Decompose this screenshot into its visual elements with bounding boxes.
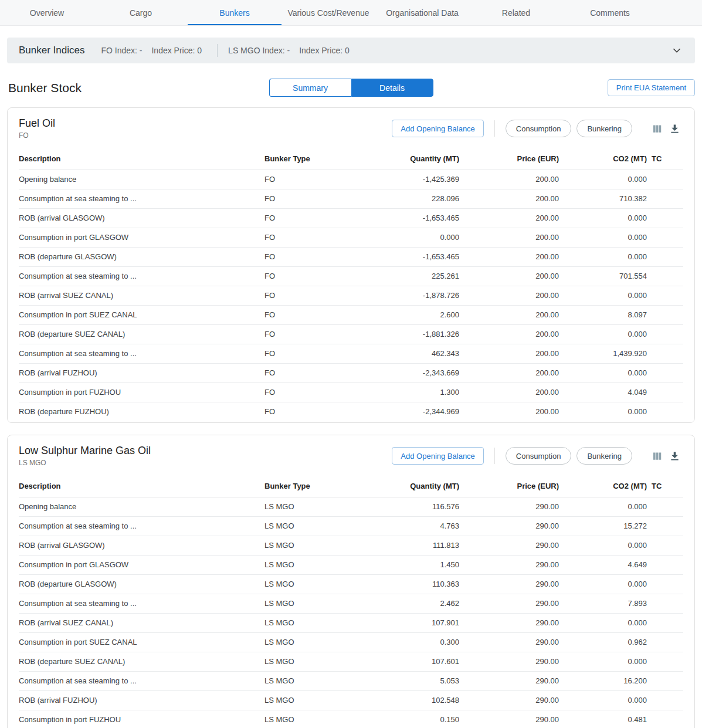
- cell-quantity: -2,343.669: [350, 364, 462, 383]
- table-row[interactable]: Consumption in port SUEZ CANAL FO 2.600 …: [19, 306, 683, 325]
- table-row[interactable]: ROB (arrival SUEZ CANAL) LS MGO 107.901 …: [19, 614, 683, 633]
- cell-quantity: 2.600: [350, 306, 462, 325]
- cell-bunker-type: LS MGO: [262, 710, 350, 728]
- table-row[interactable]: Consumption at sea steaming to ... LS MG…: [19, 672, 683, 691]
- cell-tc: [649, 633, 683, 652]
- table-row[interactable]: Consumption in port FUZHOU LS MGO 0.150 …: [19, 710, 683, 728]
- table-row[interactable]: Consumption in port FUZHOU FO 1.300 200.…: [19, 383, 683, 402]
- table-row[interactable]: ROB (arrival GLASGOW) FO -1,653.465 200.…: [19, 209, 683, 228]
- table-row[interactable]: Consumption at sea steaming to ... FO 22…: [19, 189, 683, 209]
- cell-bunker-type: LS MGO: [262, 594, 350, 614]
- cell-description: Consumption at sea steaming to ...: [19, 189, 262, 209]
- tab-related[interactable]: Related: [469, 0, 563, 25]
- cell-tc: [649, 189, 683, 209]
- cell-bunker-type: FO: [262, 383, 350, 402]
- table-row[interactable]: ROB (departure GLASGOW) LS MGO 110.363 2…: [19, 575, 683, 594]
- cell-description: ROB (arrival GLASGOW): [19, 209, 262, 228]
- cell-description: ROB (departure GLASGOW): [19, 575, 262, 594]
- consumption-button[interactable]: Consumption: [506, 447, 572, 465]
- bunkering-button[interactable]: Bunkering: [576, 447, 632, 465]
- cell-price: 200.00: [462, 189, 561, 209]
- add-opening-balance-button[interactable]: Add Opening Balance: [392, 447, 483, 465]
- cell-quantity: 110.363: [350, 575, 462, 594]
- table-row[interactable]: ROB (arrival FUZHOU) LS MGO 102.548 290.…: [19, 691, 683, 710]
- cell-quantity: 111.813: [350, 536, 462, 556]
- cell-tc: [649, 691, 683, 710]
- tab-overview[interactable]: Overview: [0, 0, 94, 25]
- chevron-down-icon[interactable]: [670, 44, 683, 57]
- cell-bunker-type: LS MGO: [262, 652, 350, 672]
- table-row[interactable]: Opening balance FO -1,425.369 200.00 0.0…: [19, 170, 683, 189]
- cell-tc: [649, 325, 683, 344]
- table-row[interactable]: Consumption in port SUEZ CANAL LS MGO 0.…: [19, 633, 683, 652]
- fuel-oil-card: Fuel Oil FO Add Opening Balance Consumpt…: [7, 107, 695, 423]
- download-icon[interactable]: [666, 120, 683, 137]
- tab-label: Overview: [30, 8, 64, 18]
- cell-description: ROB (arrival GLASGOW): [19, 536, 262, 556]
- summary-toggle-button[interactable]: Summary: [269, 79, 351, 97]
- table-row[interactable]: Consumption at sea steaming to ... FO 46…: [19, 344, 683, 364]
- bunkering-button[interactable]: Bunkering: [576, 120, 632, 137]
- top-tab-bar: Overview Cargo Bunkers Various Cost/Reve…: [0, 0, 702, 26]
- table-row[interactable]: Consumption in port GLASGOW FO 0.000 200…: [19, 228, 683, 248]
- tab-bunkers[interactable]: Bunkers: [188, 0, 282, 25]
- cell-tc: [649, 614, 683, 633]
- consumption-button[interactable]: Consumption: [506, 120, 572, 137]
- columns-icon[interactable]: [648, 447, 666, 465]
- table-row[interactable]: ROB (arrival FUZHOU) FO -2,343.669 200.0…: [19, 364, 683, 383]
- details-toggle-button[interactable]: Details: [351, 79, 433, 97]
- column-header-price: Price (EUR): [462, 149, 561, 170]
- cell-co2: 0.000: [561, 652, 649, 672]
- fo-index-price: Index Price: 0: [151, 46, 202, 55]
- bunker-indices-title: Bunker Indices: [19, 45, 84, 56]
- table-row[interactable]: ROB (departure SUEZ CANAL) FO -1,881.326…: [19, 325, 683, 344]
- cell-co2: 7.893: [561, 594, 649, 614]
- cell-bunker-type: FO: [262, 189, 350, 209]
- cell-description: Consumption at sea steaming to ...: [19, 594, 262, 614]
- tab-various-cost-revenue[interactable]: Various Cost/Revenue: [282, 0, 375, 25]
- cell-quantity: 1.450: [350, 556, 462, 575]
- cell-quantity: 102.548: [350, 691, 462, 710]
- cell-price: 290.00: [462, 575, 561, 594]
- cell-bunker-type: LS MGO: [262, 575, 350, 594]
- cell-quantity: -1,653.465: [350, 248, 462, 267]
- table-row[interactable]: Consumption at sea steaming to ... LS MG…: [19, 594, 683, 614]
- cell-tc: [649, 170, 683, 189]
- download-icon[interactable]: [666, 447, 683, 465]
- cell-tc: [649, 306, 683, 325]
- table-row[interactable]: Consumption in port GLASGOW LS MGO 1.450…: [19, 556, 683, 575]
- cell-bunker-type: FO: [262, 209, 350, 228]
- table-row[interactable]: ROB (arrival GLASGOW) LS MGO 111.813 290…: [19, 536, 683, 556]
- cell-tc: [649, 248, 683, 267]
- cell-price: 200.00: [462, 344, 561, 364]
- print-eua-statement-button[interactable]: Print EUA Statement: [608, 79, 695, 96]
- cell-co2: 0.000: [561, 248, 649, 267]
- tab-cargo[interactable]: Cargo: [94, 0, 188, 25]
- cell-price: 290.00: [462, 672, 561, 691]
- table-row[interactable]: ROB (departure FUZHOU) FO -2,344.969 200…: [19, 402, 683, 422]
- tab-organisational-data[interactable]: Organisational Data: [375, 0, 469, 25]
- ls-mgo-table: Description Bunker Type Quantity (MT) Pr…: [19, 476, 683, 728]
- table-row[interactable]: ROB (departure GLASGOW) FO -1,653.465 20…: [19, 248, 683, 267]
- cell-price: 290.00: [462, 633, 561, 652]
- table-row[interactable]: Opening balance LS MGO 116.576 290.00 0.…: [19, 497, 683, 517]
- cell-description: Consumption in port GLASGOW: [19, 556, 262, 575]
- table-row[interactable]: Consumption at sea steaming to ... LS MG…: [19, 517, 683, 536]
- actions-divider: [494, 120, 495, 137]
- table-row[interactable]: ROB (arrival SUEZ CANAL) FO -1,878.726 2…: [19, 286, 683, 306]
- table-row[interactable]: ROB (departure SUEZ CANAL) LS MGO 107.60…: [19, 652, 683, 672]
- column-header-bunker-type: Bunker Type: [262, 149, 350, 170]
- fuel-oil-table: Description Bunker Type Quantity (MT) Pr…: [19, 149, 683, 421]
- cell-price: 290.00: [462, 710, 561, 728]
- columns-icon[interactable]: [648, 120, 666, 137]
- cell-quantity: -1,878.726: [350, 286, 462, 306]
- tab-comments[interactable]: Comments: [563, 0, 657, 25]
- cell-co2: 0.962: [561, 633, 649, 652]
- table-row[interactable]: Consumption at sea steaming to ... FO 22…: [19, 267, 683, 286]
- indices-divider: [217, 44, 218, 57]
- fo-index-value: FO Index: -: [101, 46, 142, 55]
- cell-price: 200.00: [462, 286, 561, 306]
- add-opening-balance-button[interactable]: Add Opening Balance: [392, 120, 483, 137]
- cell-tc: [649, 344, 683, 364]
- cell-co2: 710.382: [561, 189, 649, 209]
